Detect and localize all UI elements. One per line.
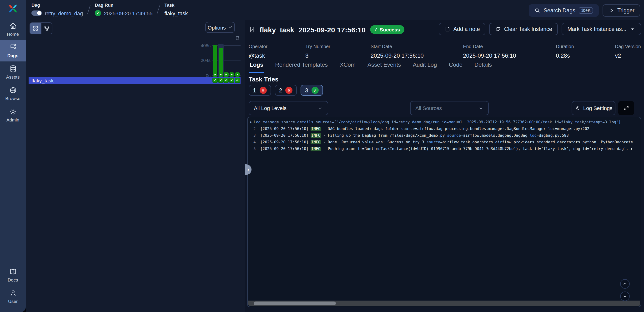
task-try-1[interactable]: 1✕ bbox=[249, 85, 271, 96]
meta-value: 2025-09-20 17:56:10 bbox=[370, 52, 463, 59]
try-number: 3 bbox=[305, 87, 308, 94]
dag-run-link[interactable]: 2025-09-20 17:49:55 bbox=[104, 10, 152, 16]
breadcrumb-separator bbox=[87, 6, 90, 14]
mark-task-instance-as-button[interactable]: Mark Task Instance as... bbox=[562, 23, 641, 35]
task-success-icon[interactable]: ✓ bbox=[235, 78, 240, 83]
tab-details[interactable]: Details bbox=[474, 62, 493, 73]
breadcrumb-task: Task flaky_task bbox=[164, 2, 188, 16]
scrollbar-thumb[interactable] bbox=[254, 302, 336, 305]
sidebar-item-label: Browse bbox=[5, 96, 20, 101]
tab-logs[interactable]: Logs bbox=[249, 62, 264, 73]
task-try-2[interactable]: 2✕ bbox=[274, 85, 297, 96]
task-success-icon[interactable]: ✓ bbox=[218, 78, 224, 83]
sidebar-bottom-nav: DocsUser bbox=[0, 264, 26, 312]
duration-bar[interactable] bbox=[213, 46, 217, 76]
trigger-label: Trigger bbox=[617, 8, 634, 13]
duration-bar[interactable] bbox=[218, 48, 223, 76]
search-shortcut: ⌘+K bbox=[578, 7, 593, 14]
run-play-icon[interactable] bbox=[224, 72, 228, 77]
task-success-icon[interactable]: ✓ bbox=[224, 78, 229, 83]
sidebar-item-browse[interactable]: Browse bbox=[0, 83, 26, 104]
scroll-to-bottom-button[interactable] bbox=[620, 292, 630, 301]
browse-icon bbox=[9, 86, 17, 94]
user-icon bbox=[9, 289, 17, 297]
clear-task-instance-button[interactable]: Clear Task Instance bbox=[490, 23, 558, 35]
fullscreen-button[interactable] bbox=[618, 101, 634, 115]
meta-value: 0.28s bbox=[556, 52, 615, 59]
task-success-icon[interactable]: ✓ bbox=[229, 78, 234, 83]
grid-panel: Options 408s204s0s flaky_task ✓✓✓✓✓ bbox=[26, 20, 245, 312]
run-play-icon[interactable] bbox=[229, 72, 234, 77]
meta-value: 2025-09-20 17:56:10 bbox=[463, 52, 556, 59]
task-meta: Operator@taskTry Number3Start Date2025-0… bbox=[249, 44, 644, 59]
tab-audit-log[interactable]: Audit Log bbox=[412, 62, 438, 73]
meta-start-date: Start Date2025-09-20 17:56:10 bbox=[370, 44, 463, 59]
task-doc-icon bbox=[249, 26, 255, 33]
sidebar-item-dags[interactable]: Dags bbox=[0, 40, 26, 62]
scroll-to-top-button[interactable] bbox=[620, 279, 630, 289]
log-line: 2 [2025-09-20 17:56:10] INFO - DAG bundl… bbox=[250, 126, 641, 132]
task-instance-date: 2025-09-20 17:56:10 bbox=[298, 26, 366, 34]
sidebar-item-user[interactable]: User bbox=[0, 286, 26, 307]
x-circle-icon: ✕ bbox=[259, 87, 266, 94]
trigger-button[interactable]: Trigger bbox=[602, 4, 640, 17]
app-root: HomeDagsAssetsBrowseAdmin DocsUser Dag r… bbox=[0, 0, 644, 312]
task-try-3[interactable]: 3✓ bbox=[301, 85, 323, 96]
tab-rendered-templates[interactable]: Rendered Templates bbox=[274, 62, 329, 73]
play-icon bbox=[608, 8, 614, 13]
sidebar-item-admin[interactable]: Admin bbox=[0, 104, 26, 126]
sidebar-item-home[interactable]: Home bbox=[0, 18, 26, 40]
sidebar-item-label: Home bbox=[7, 32, 19, 37]
sidebar-item-assets[interactable]: Assets bbox=[0, 62, 26, 83]
log-sources-select[interactable]: All Sources bbox=[410, 101, 489, 115]
sidebar-item-label: Assets bbox=[6, 74, 20, 80]
run-play-icon[interactable] bbox=[235, 72, 240, 77]
task-label: Task bbox=[164, 2, 188, 8]
log-area: ▶Log message source details sources=["/r… bbox=[248, 117, 641, 152]
task-row-flaky-task[interactable]: flaky_task bbox=[28, 77, 240, 84]
task-success-icon[interactable]: ✓ bbox=[212, 78, 218, 83]
log-line-number: 2 bbox=[254, 127, 260, 131]
sidebar-item-label: Admin bbox=[6, 117, 19, 122]
log-viewer[interactable]: ▶Log message source details sources=["/r… bbox=[247, 117, 641, 307]
meta-label: Try Number bbox=[305, 44, 370, 49]
log-levels-select[interactable]: All Log Levels bbox=[249, 101, 328, 115]
add-a-note-button[interactable]: Add a note bbox=[439, 23, 486, 35]
meta-label: Operator bbox=[249, 44, 305, 49]
breadcrumb: Dag retry_demo_dag Dag Run ✓ 2025-09-20 … bbox=[32, 2, 188, 16]
panel-divider[interactable]: › bbox=[245, 20, 245, 312]
dag-label: Dag bbox=[32, 2, 83, 8]
search-dags-button[interactable]: Search Dags ⌘+K bbox=[529, 4, 599, 17]
try-number: 1 bbox=[253, 87, 256, 94]
airflow-logo-icon[interactable] bbox=[8, 3, 18, 16]
meta-value: 3 bbox=[305, 52, 370, 59]
run-play-icon[interactable] bbox=[213, 72, 217, 77]
log-line: 5 [2025-09-20 17:56:10] INFO - Pushing x… bbox=[250, 146, 641, 152]
check-circle-icon: ✓ bbox=[312, 87, 319, 94]
duration-chart: 408s204s0s bbox=[26, 20, 245, 312]
tab-code[interactable]: Code bbox=[448, 62, 464, 73]
dags-icon bbox=[9, 43, 17, 52]
meta-label: Start Date bbox=[370, 44, 463, 49]
home-icon bbox=[9, 22, 17, 30]
sidebar-item-docs[interactable]: Docs bbox=[0, 264, 26, 286]
horizontal-scrollbar[interactable] bbox=[248, 300, 640, 306]
meta-end-date: End Date2025-09-20 17:56:10 bbox=[463, 44, 556, 59]
dag-pause-toggle[interactable] bbox=[32, 10, 42, 16]
run-play-icon[interactable] bbox=[218, 72, 223, 77]
breadcrumb-dag: Dag retry_demo_dag bbox=[32, 2, 83, 16]
meta-label: Duration bbox=[556, 44, 615, 49]
meta-label: Dag Version bbox=[615, 44, 644, 49]
tab-bar: LogsRendered TemplatesXComAsset EventsAu… bbox=[249, 62, 493, 73]
task-name: flaky_task bbox=[164, 10, 188, 16]
tab-xcom[interactable]: XCom bbox=[339, 62, 356, 73]
dag-link[interactable]: retry_demo_dag bbox=[45, 10, 83, 16]
expand-caret-icon[interactable]: ▶ bbox=[250, 119, 252, 125]
status-text: Success bbox=[380, 27, 400, 32]
note-icon bbox=[444, 26, 450, 32]
tab-asset-events[interactable]: Asset Events bbox=[366, 62, 402, 73]
gear-icon bbox=[575, 105, 580, 111]
log-settings-button[interactable]: Log Settings bbox=[572, 101, 616, 115]
axis-tick: 408s bbox=[195, 43, 210, 48]
log-level: INFO bbox=[311, 133, 321, 138]
